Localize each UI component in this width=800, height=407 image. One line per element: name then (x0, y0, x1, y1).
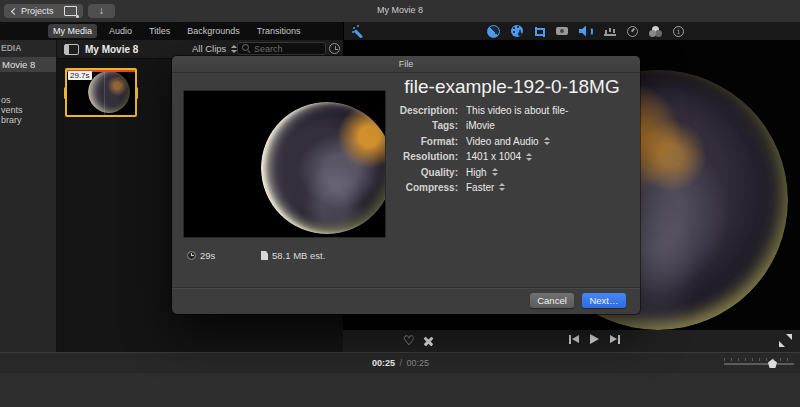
time-strip: 00:25 / 00:25 (0, 352, 800, 373)
window-title: My Movie 8 (0, 5, 800, 15)
top-toolbar: Projects ↓ My Movie 8 (0, 0, 800, 23)
field-value: Video and Audio (466, 136, 539, 147)
field-value: High (466, 167, 487, 178)
timeline-area[interactable] (0, 373, 800, 407)
field-quality: Quality: High (394, 167, 630, 178)
search-icon (242, 44, 251, 53)
libraries-sidebar: EDIA Movie 8 os vents brary (0, 40, 57, 352)
clips-filter-label: All Clips (192, 43, 226, 54)
export-duration: 29s (187, 250, 215, 261)
info-icon[interactable]: i (673, 26, 684, 37)
color-balance-icon[interactable] (487, 25, 500, 38)
color-correction-icon[interactable] (511, 25, 523, 37)
search-input[interactable] (254, 44, 321, 54)
noise-reduction-icon[interactable] (604, 26, 616, 36)
sidebar-section-header: EDIA (1, 43, 21, 53)
stabilization-icon[interactable] (556, 27, 568, 35)
speed-icon[interactable] (627, 26, 638, 37)
earth-preview-image (261, 102, 386, 234)
viewer-controls-bar: ♡ (343, 330, 800, 352)
field-label: Tags: (394, 120, 458, 131)
next-button[interactable]: Next… (582, 293, 626, 308)
time-separator: / (398, 358, 405, 368)
field-label: Compress: (394, 182, 458, 193)
clips-filter-dropdown[interactable]: All Clips (192, 43, 237, 54)
clip-duration-filter-icon[interactable] (329, 43, 340, 54)
field-value[interactable]: This video is about file- (466, 105, 568, 116)
format-stepper[interactable] (544, 137, 550, 145)
search-field[interactable] (237, 42, 326, 55)
tab-transitions[interactable]: Transitions (252, 24, 306, 38)
resolution-stepper[interactable] (526, 153, 532, 161)
sidebar-toggle-icon[interactable] (64, 44, 79, 55)
tab-my-media[interactable]: My Media (48, 24, 97, 38)
tab-backgrounds[interactable]: Backgrounds (182, 24, 245, 38)
export-settings: file-example-192-0-18MG Description: Thi… (394, 76, 630, 197)
compress-stepper[interactable] (499, 183, 505, 191)
export-duration-value: 29s (200, 250, 215, 261)
sidebar-item-events[interactable]: vents (1, 105, 23, 115)
field-compress: Compress: Faster (394, 182, 630, 193)
play-button[interactable] (590, 334, 599, 344)
trim-handle-left[interactable] (64, 87, 67, 99)
favorite-heart-icon[interactable]: ♡ (403, 332, 415, 349)
slider-ticks (724, 358, 794, 361)
volume-icon[interactable] (579, 26, 593, 37)
export-fields: Description: This video is about file- T… (394, 105, 630, 193)
clip-duration-badge: 29.7s (68, 71, 92, 80)
field-label: Resolution: (394, 151, 458, 162)
transport-controls (569, 334, 620, 344)
browser-project-title: My Movie 8 (85, 44, 138, 55)
field-value[interactable]: iMovie (466, 120, 495, 131)
field-value: Faster (466, 182, 494, 193)
imovie-window: Projects ↓ My Movie 8 My Media Audio Tit… (0, 0, 800, 407)
field-label: Description: (394, 105, 458, 116)
next-frame-button[interactable] (610, 335, 620, 344)
field-label: Quality: (394, 167, 458, 178)
viewer-toolbar: i (343, 22, 800, 40)
field-value: 1401 x 1004 (466, 151, 521, 162)
media-tab-bar: My Media Audio Titles Backgrounds Transi… (0, 22, 343, 40)
field-tags: Tags: iMovie (394, 120, 630, 131)
field-label: Format: (394, 136, 458, 147)
tab-audio[interactable]: Audio (104, 24, 137, 38)
field-format: Format: Video and Audio (394, 136, 630, 147)
dialog-title: File (172, 56, 640, 73)
export-preview (183, 90, 386, 238)
frame-divider (104, 70, 105, 115)
previous-frame-button[interactable] (569, 335, 579, 344)
cancel-button[interactable]: Cancel (530, 293, 574, 308)
time-display: 00:25 / 00:25 (372, 358, 429, 368)
elapsed-time: 00:25 (372, 358, 395, 368)
clip-filter-effects-icon[interactable] (649, 26, 662, 37)
clock-icon (187, 251, 196, 260)
dialog-footer: Cancel Next… (172, 287, 640, 314)
export-size-value: 58.1 MB est. (272, 250, 325, 261)
timeline-zoom-slider[interactable] (724, 363, 794, 365)
export-size: 58.1 MB est. (261, 250, 325, 261)
earth-thumbnail-image (88, 71, 130, 113)
quality-stepper[interactable] (492, 168, 498, 176)
export-file-name[interactable]: file-example-192-0-18MG (394, 76, 630, 98)
fullscreen-icon[interactable] (779, 334, 792, 347)
crop-icon[interactable] (534, 26, 545, 37)
sidebar-item-my-movie[interactable]: Movie 8 (0, 57, 56, 72)
file-icon (261, 251, 268, 260)
field-description: Description: This video is about file- (394, 105, 630, 116)
clip-thumbnail[interactable]: 29.7s (65, 68, 137, 117)
export-info-row: 29s 58.1 MB est. (183, 250, 386, 264)
reject-x-icon[interactable] (423, 336, 434, 347)
sidebar-item-library[interactable]: brary (1, 115, 22, 125)
total-time: 00:25 (407, 358, 430, 368)
adjustment-icons: i (487, 22, 684, 40)
sidebar-item-photos[interactable]: os (1, 95, 11, 105)
trim-handle-right[interactable] (135, 87, 138, 99)
file-export-dialog: File 29s 58.1 MB est. file-example-192-0… (172, 56, 640, 314)
tab-titles[interactable]: Titles (144, 24, 175, 38)
field-resolution: Resolution: 1401 x 1004 (394, 151, 630, 162)
enhance-wand-icon[interactable] (352, 26, 364, 38)
